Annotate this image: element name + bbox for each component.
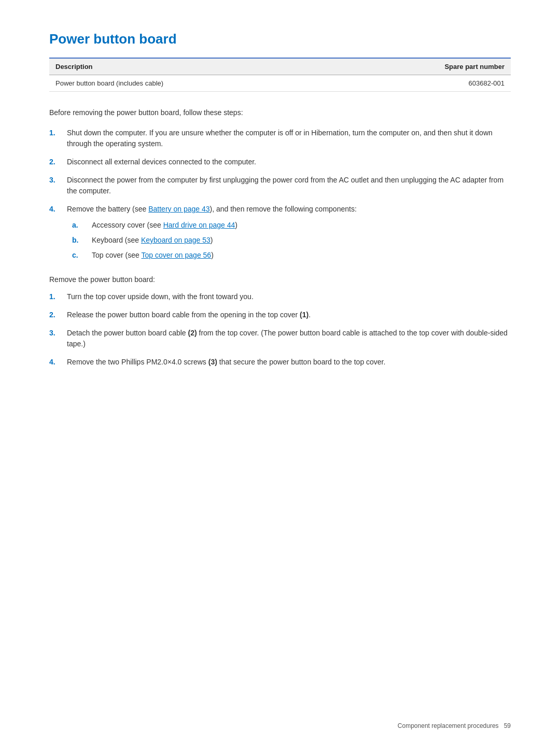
prereq-steps-list: 1. Shut down the computer. If you are un… [49, 128, 511, 265]
table-col1-header: Description [49, 58, 338, 75]
table-cell-description: Power button board (includes cable) [49, 75, 338, 92]
sub-step-c: c. Top cover (see Top cover on page 56) [72, 250, 511, 261]
parts-table: Description Spare part number Power butt… [49, 58, 511, 92]
prereq-step-4: 4. Remove the battery (see Battery on pa… [49, 204, 511, 265]
page-title: Power button board [49, 31, 511, 47]
sub-step-content-c: Top cover (see Top cover on page 56) [92, 250, 214, 261]
footer-text: Component replacement procedures [398, 722, 499, 729]
step-content-4: Remove the battery (see Battery on page … [67, 204, 511, 265]
remove-step-number-2: 2. [49, 310, 64, 320]
sub-step-content-a: Accessory cover (see Hard drive on page … [92, 220, 237, 231]
remove-section-label: Remove the power button board: [49, 274, 511, 285]
remove-step-content-2: Release the power button board cable fro… [67, 310, 511, 320]
sub-step-label-b: b. [72, 235, 89, 246]
footer-page-number: 59 [504, 722, 511, 729]
step-number-4: 4. [49, 204, 64, 215]
remove-step-1: 1. Turn the top cover upside down, with … [49, 291, 511, 302]
remove-step-2: 2. Release the power button board cable … [49, 310, 511, 320]
step4-text-after: ), and then remove the following compone… [210, 205, 357, 213]
sub-step-label-a: a. [72, 220, 89, 231]
prereq-step-3: 3. Disconnect the power from the compute… [49, 175, 511, 196]
step-content-3: Disconnect the power from the computer b… [67, 175, 511, 196]
remove-steps-list: 1. Turn the top cover upside down, with … [49, 291, 511, 368]
sub-step-b: b. Keyboard (see Keyboard on page 53) [72, 235, 511, 246]
top-cover-link[interactable]: Top cover on page 56 [141, 251, 211, 259]
page-footer: Component replacement procedures 59 [398, 722, 511, 729]
sub-steps-list: a. Accessory cover (see Hard drive on pa… [67, 220, 511, 261]
remove-step-number-3: 3. [49, 328, 64, 339]
remove-step-number-4: 4. [49, 357, 64, 368]
prereq-step-2: 2. Disconnect all external devices conne… [49, 157, 511, 167]
step-number-1: 1. [49, 128, 64, 138]
prereq-step-1: 1. Shut down the computer. If you are un… [49, 128, 511, 149]
step-content-1: Shut down the computer. If you are unsur… [67, 128, 511, 149]
remove-step-content-4: Remove the two Phillips PM2.0×4.0 screws… [67, 357, 511, 368]
intro-text: Before removing the power button board, … [49, 107, 511, 118]
step-number-3: 3. [49, 175, 64, 186]
remove-step-3: 3. Detach the power button board cable (… [49, 328, 511, 349]
remove-step-content-3: Detach the power button board cable (2) … [67, 328, 511, 349]
hard-drive-link[interactable]: Hard drive on page 44 [163, 221, 235, 229]
step4-text-before: Remove the battery (see [67, 205, 148, 213]
remove-step-4: 4. Remove the two Phillips PM2.0×4.0 scr… [49, 357, 511, 368]
table-col2-header: Spare part number [338, 58, 511, 75]
remove-step-number-1: 1. [49, 291, 64, 302]
battery-link[interactable]: Battery on page 43 [148, 205, 209, 213]
table-cell-part-number: 603682-001 [338, 75, 511, 92]
remove-step-content-1: Turn the top cover upside down, with the… [67, 291, 511, 302]
sub-step-content-b: Keyboard (see Keyboard on page 53) [92, 235, 213, 246]
table-row: Power button board (includes cable) 6036… [49, 75, 511, 92]
step-number-2: 2. [49, 157, 64, 167]
keyboard-link[interactable]: Keyboard on page 53 [141, 236, 211, 244]
sub-step-label-c: c. [72, 250, 89, 261]
step-content-2: Disconnect all external devices connecte… [67, 157, 511, 167]
sub-step-a: a. Accessory cover (see Hard drive on pa… [72, 220, 511, 231]
